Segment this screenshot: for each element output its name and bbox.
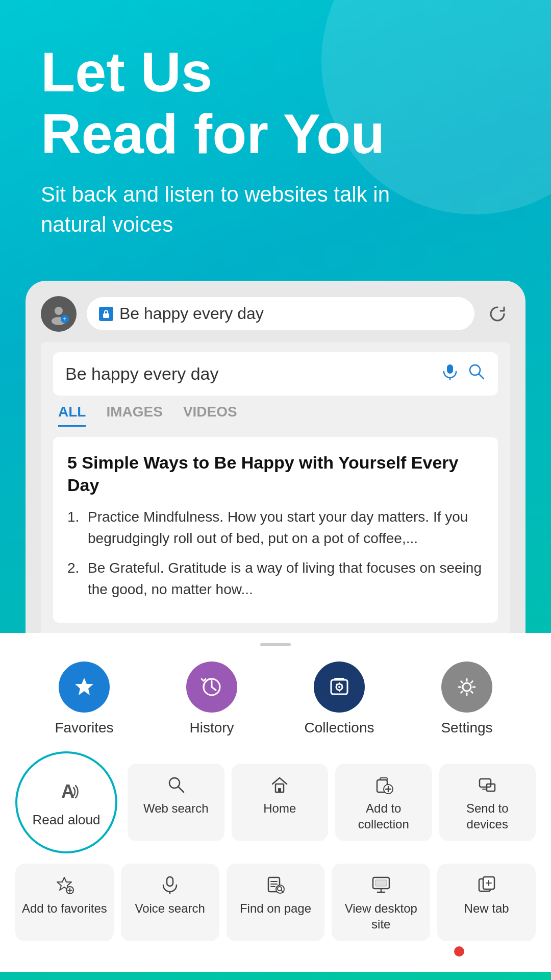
bottom-item-find-on-page[interactable]: Find on page: [227, 864, 325, 941]
hero-subtitle: Sit back and listen to websites talk in …: [41, 180, 398, 240]
svg-line-18: [336, 684, 337, 685]
lock-icon: [99, 307, 113, 321]
favorites-label: Favorites: [55, 720, 113, 736]
menu-item-collections[interactable]: Collections: [293, 662, 385, 736]
browser-address-bar[interactable]: Be happy every day: [87, 297, 474, 330]
hero-title: Let UsRead for You: [41, 41, 510, 164]
menu-item-history[interactable]: History: [166, 662, 258, 736]
article-item-text-1: Practice Mindfulness. How you start your…: [88, 506, 484, 549]
article-card: 5 Simple Ways to Be Happy with Yourself …: [53, 437, 498, 623]
bottom-item-voice-search[interactable]: Voice search: [121, 864, 219, 941]
svg-point-19: [463, 683, 471, 691]
menu-top-row: Favorites History: [0, 662, 551, 736]
add-to-collection-label: Add to collection: [340, 800, 427, 832]
notification-dot: [454, 946, 464, 957]
favorites-icon-circle: [59, 662, 110, 713]
browser-top-bar: + Be happy every day: [41, 296, 510, 332]
menu-bottom-row: Add to favorites Voice search Find on pa: [0, 864, 551, 941]
article-title: 5 Simple Ways to Be Happy with Yourself …: [67, 451, 484, 496]
tab-videos[interactable]: VIDEOS: [183, 404, 237, 427]
svg-text:+: +: [63, 315, 66, 323]
svg-rect-49: [375, 880, 387, 886]
search-bar[interactable]: Be happy every day: [53, 352, 498, 396]
view-desktop-site-label: View desktop site: [337, 900, 425, 932]
tab-all[interactable]: ALL: [58, 404, 86, 427]
svg-rect-12: [334, 678, 344, 680]
svg-line-22: [178, 787, 184, 792]
search-icon[interactable]: [467, 362, 486, 385]
search-text: Be happy every day: [65, 364, 433, 384]
read-aloud-label: Read aloud: [33, 812, 101, 828]
address-text: Be happy every day: [119, 304, 462, 323]
svg-point-7: [470, 365, 480, 375]
read-aloud-button[interactable]: A Read aloud: [15, 751, 117, 853]
svg-rect-4: [103, 313, 109, 318]
svg-rect-30: [480, 779, 491, 787]
bottom-sheet: Favorites History: [0, 633, 551, 972]
avatar: +: [41, 296, 77, 332]
browser-content: Be happy every day ALL IMAGES VIDEOS: [41, 342, 510, 633]
grid-item-web-search[interactable]: Web search: [128, 764, 224, 841]
menu-item-settings[interactable]: Settings: [421, 662, 513, 736]
svg-marker-9: [75, 678, 93, 695]
voice-search-label: Voice search: [135, 900, 205, 916]
settings-label: Settings: [441, 720, 492, 736]
article-item-text-2: Be Grateful. Gratitude is a way of livin…: [88, 557, 484, 600]
settings-icon-circle: [441, 662, 492, 713]
article-item-num-2: 2.: [67, 557, 83, 600]
grid-item-home[interactable]: Home: [232, 764, 329, 841]
history-icon-circle: [186, 662, 237, 713]
web-search-label: Web search: [143, 800, 209, 816]
search-tabs: ALL IMAGES VIDEOS: [53, 404, 498, 427]
bottom-item-new-tab[interactable]: New tab: [437, 864, 536, 941]
grid-item-add-to-collection[interactable]: Add to collection: [335, 764, 432, 841]
menu-middle-row: A Read aloud Web search: [0, 751, 551, 853]
svg-rect-24: [278, 788, 281, 792]
browser-mockup: + Be happy every day Be happy every day: [26, 281, 525, 633]
send-to-devices-label: Send to devices: [444, 800, 531, 832]
home-label: Home: [263, 800, 296, 816]
svg-rect-5: [447, 364, 453, 374]
svg-point-16: [338, 686, 340, 688]
middle-grid: Web search Home Ad: [128, 764, 536, 841]
article-item-2: 2. Be Grateful. Gratitude is a way of li…: [67, 557, 484, 600]
svg-rect-37: [167, 877, 173, 886]
article-item-1: 1. Practice Mindfulness. How you start y…: [67, 506, 484, 549]
collections-label: Collections: [305, 720, 374, 736]
add-to-favorites-label: Add to favorites: [22, 900, 107, 916]
hero-section: Let UsRead for You Sit back and listen t…: [0, 0, 551, 260]
svg-rect-26: [380, 778, 387, 780]
bottom-item-view-desktop-site[interactable]: View desktop site: [332, 864, 430, 941]
svg-text:A: A: [61, 781, 74, 802]
svg-point-0: [55, 307, 63, 315]
find-on-page-label: Find on page: [240, 900, 311, 916]
history-label: History: [189, 720, 234, 736]
menu-item-favorites[interactable]: Favorites: [38, 662, 130, 736]
bottom-sheet-handle: [260, 643, 291, 646]
svg-line-8: [479, 374, 484, 379]
refresh-button[interactable]: [485, 301, 510, 327]
article-item-num-1: 1.: [67, 506, 83, 549]
bottom-item-add-to-favorites[interactable]: Add to favorites: [15, 864, 114, 941]
svg-line-17: [341, 684, 342, 685]
collections-icon-circle: [314, 662, 365, 713]
grid-item-send-to-devices[interactable]: Send to devices: [439, 764, 536, 841]
microphone-icon[interactable]: [441, 362, 459, 385]
new-tab-label: New tab: [464, 900, 509, 916]
tab-images[interactable]: IMAGES: [106, 404, 162, 427]
